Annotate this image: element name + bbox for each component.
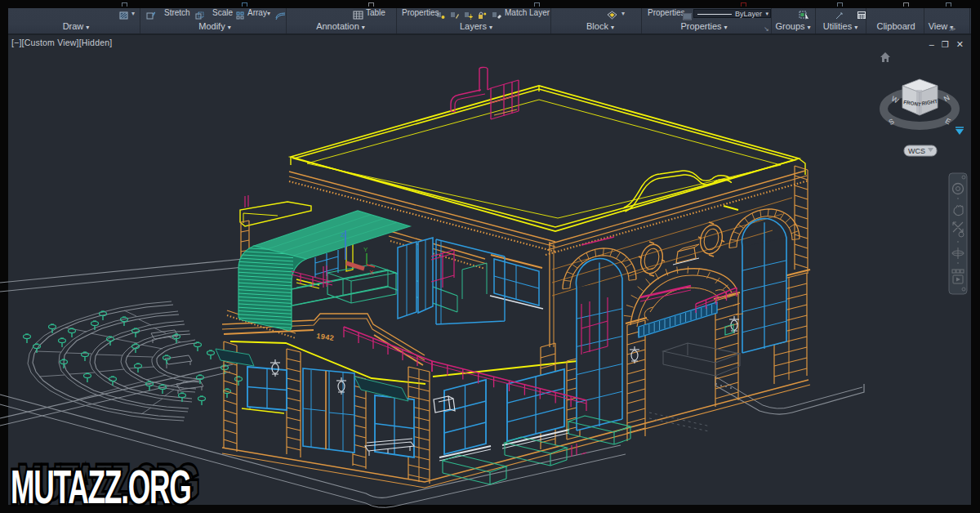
svg-text:X: X bbox=[369, 269, 374, 276]
svg-text:WCS: WCS bbox=[908, 147, 925, 155]
svg-text:Z: Z bbox=[341, 231, 345, 239]
svg-text:1942: 1942 bbox=[316, 332, 335, 342]
svg-text:Y: Y bbox=[363, 246, 368, 253]
